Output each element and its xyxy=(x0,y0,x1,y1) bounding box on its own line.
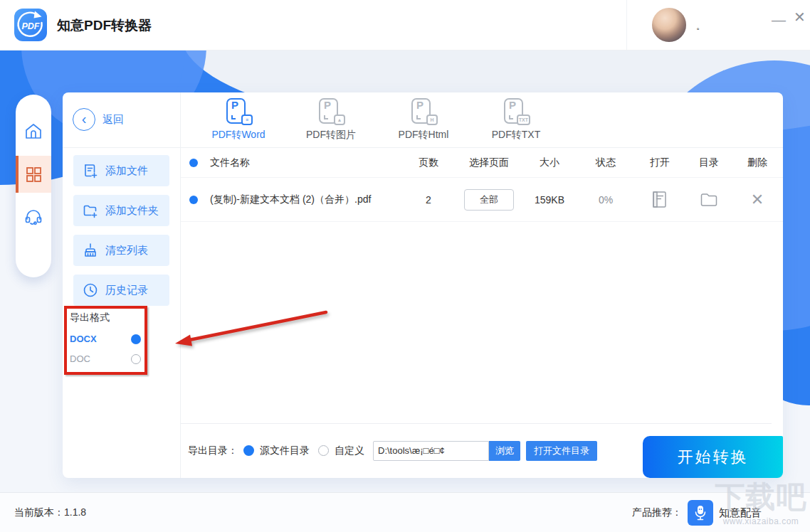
file-name: (复制)-新建文本文档 (2)（合并）.pdf xyxy=(210,193,371,206)
side-button-label: 清空列表 xyxy=(105,244,148,257)
minimize-button[interactable]: — xyxy=(772,13,786,27)
export-format-section: 导出格式 DOCX DOC xyxy=(70,312,141,364)
headset-icon xyxy=(24,208,43,226)
radio-custom-dir-icon[interactable] xyxy=(318,445,329,456)
radio-selected-icon[interactable] xyxy=(131,334,141,344)
floating-nav xyxy=(16,95,51,277)
nav-apps-button[interactable] xyxy=(16,156,51,193)
tab-pdf-to-word[interactable]: P ≡ PDF转Word xyxy=(192,92,285,147)
app-title: 知意PDF转换器 xyxy=(57,16,152,35)
radio-unselected-icon[interactable] xyxy=(131,354,141,364)
column-header: 选择页面 xyxy=(457,156,521,169)
svg-text:PDF: PDF xyxy=(22,21,40,31)
export-format-title: 导出格式 xyxy=(70,312,141,324)
clear-list-icon xyxy=(83,243,98,258)
column-header: 打开 xyxy=(633,156,686,169)
voice-app-icon[interactable] xyxy=(688,500,713,526)
main-panel: ‹ 返回 P ≡ PDF转Word P ▲ PDF转图片 P xyxy=(63,92,783,478)
open-file-icon[interactable] xyxy=(633,191,686,209)
open-folder-icon[interactable] xyxy=(686,192,732,208)
file-table-header: 文件名称 页数 选择页面 大小 状态 打开 目录 删除 xyxy=(181,148,783,178)
side-button-label: 添加文件夹 xyxy=(105,204,159,218)
tab-pdf-to-image[interactable]: P ▲ PDF转图片 xyxy=(285,92,377,147)
select-pages-button[interactable]: 全部 xyxy=(464,189,514,211)
tab-pdf-to-txt[interactable]: P TXT PDF转TXT xyxy=(470,92,562,147)
side-button-label: 历史记录 xyxy=(105,284,148,297)
delete-file-icon[interactable]: ✕ xyxy=(751,191,764,208)
export-path-input[interactable] xyxy=(373,441,489,461)
convert-progress: 0% xyxy=(599,194,613,206)
product-promo: 产品推荐： 知意配音 xyxy=(632,500,762,526)
status-bar: 当前版本：1.1.8 产品推荐： 知意配音 xyxy=(0,492,810,532)
conversion-tabs: P ≡ PDF转Word P ▲ PDF转图片 P H PDF转Html xyxy=(181,92,562,147)
tab-label: PDF转图片 xyxy=(306,129,356,142)
add-folder-icon xyxy=(83,203,98,218)
nav-home-button[interactable] xyxy=(16,113,51,150)
app-logo-icon: PDF xyxy=(14,9,47,41)
header-divider xyxy=(626,0,627,50)
chevron-left-icon: ‹ xyxy=(73,108,95,131)
grid-icon xyxy=(25,166,42,183)
format-label: DOC xyxy=(70,353,90,364)
tab-label: PDF转Html xyxy=(399,129,449,142)
column-header: 状态 xyxy=(578,156,633,169)
source-dir-option[interactable]: 源文件目录 xyxy=(260,445,310,457)
column-header: 目录 xyxy=(686,156,732,169)
add-file-icon xyxy=(83,163,98,179)
export-directory-bar: 导出目录： 源文件目录 自定义 浏览 打开文件目录 xyxy=(188,423,597,478)
radio-source-dir-icon[interactable] xyxy=(243,445,254,456)
promo-app-name[interactable]: 知意配音 xyxy=(719,506,762,520)
export-dir-label: 导出目录： xyxy=(188,445,238,457)
file-size: 159KB xyxy=(521,194,578,206)
browse-button[interactable]: 浏览 xyxy=(489,441,520,461)
back-button[interactable]: ‹ 返回 xyxy=(73,108,124,131)
add-file-button[interactable]: 添加文件 xyxy=(73,155,169,186)
app-window: PDF 知意PDF转换器 。 — ✕ xyxy=(0,0,810,532)
column-header: 删除 xyxy=(732,156,783,169)
column-header: 文件名称 xyxy=(210,156,250,169)
open-file-directory-button[interactable]: 打开文件目录 xyxy=(526,441,597,461)
add-folder-button[interactable]: 添加文件夹 xyxy=(73,195,169,226)
close-button[interactable]: ✕ xyxy=(794,10,806,24)
column-header: 页数 xyxy=(400,156,457,169)
pdf-txt-icon: P TXT xyxy=(504,98,528,125)
custom-dir-option[interactable]: 自定义 xyxy=(335,445,364,457)
column-header: 大小 xyxy=(521,156,578,169)
home-icon xyxy=(24,123,43,140)
back-label: 返回 xyxy=(102,113,124,127)
row-select-dot[interactable] xyxy=(189,196,198,204)
user-avatar[interactable] xyxy=(652,8,686,42)
clear-list-button[interactable]: 清空列表 xyxy=(73,235,169,266)
promo-label: 产品推荐： xyxy=(632,506,682,519)
file-pages: 2 xyxy=(400,194,457,206)
pdf-word-icon: P ≡ xyxy=(226,98,251,125)
side-button-label: 添加文件 xyxy=(105,164,148,178)
nav-support-button[interactable] xyxy=(16,198,51,235)
select-all-dot[interactable] xyxy=(189,159,198,167)
table-row: (复制)-新建文本文档 (2)（合并）.pdf 2 全部 159KB 0% xyxy=(181,178,783,222)
history-button[interactable]: 历史记录 xyxy=(73,275,169,306)
version-text: 当前版本：1.1.8 xyxy=(14,506,86,519)
tab-label: PDF转Word xyxy=(211,129,265,142)
tab-pdf-to-html[interactable]: P H PDF转Html xyxy=(377,92,470,147)
pdf-image-icon: P ▲ xyxy=(319,98,343,125)
pdf-html-icon: P H xyxy=(411,98,436,125)
user-name-suffix: 。 xyxy=(696,20,705,33)
history-icon xyxy=(83,282,98,298)
format-option-doc[interactable]: DOC xyxy=(70,353,141,364)
tab-label: PDF转TXT xyxy=(492,129,540,142)
format-option-docx[interactable]: DOCX xyxy=(70,334,141,344)
format-label: DOCX xyxy=(70,334,97,344)
title-bar: PDF 知意PDF转换器 。 — ✕ xyxy=(0,0,810,50)
start-convert-button[interactable]: 开始转换 xyxy=(643,436,783,478)
